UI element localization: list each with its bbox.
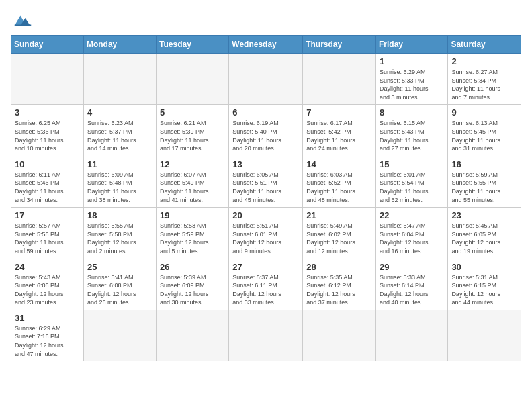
weekday-header-thursday: Thursday	[303, 36, 376, 54]
weekday-header-sunday: Sunday	[11, 36, 84, 54]
calendar-cell: 13Sunrise: 6:05 AM Sunset: 5:51 PM Dayli…	[229, 156, 303, 207]
day-number: 27	[232, 262, 299, 272]
day-number: 4	[87, 107, 152, 118]
calendar-cell: 9Sunrise: 6:13 AM Sunset: 5:45 PM Daylig…	[448, 105, 521, 156]
day-number: 26	[160, 262, 225, 272]
day-number: 18	[87, 210, 152, 220]
calendar-cell: 5Sunrise: 6:21 AM Sunset: 5:39 PM Daylig…	[157, 105, 229, 156]
day-number: 2	[451, 56, 517, 66]
logo	[11, 11, 39, 30]
day-info: Sunrise: 5:55 AM Sunset: 5:58 PM Dayligh…	[87, 222, 152, 255]
day-number: 1	[380, 56, 444, 66]
day-info: Sunrise: 6:23 AM Sunset: 5:37 PM Dayligh…	[87, 119, 152, 152]
calendar-cell: 7Sunrise: 6:17 AM Sunset: 5:42 PM Daylig…	[303, 105, 376, 156]
day-number: 16	[451, 159, 517, 169]
calendar-cell: 16Sunrise: 5:59 AM Sunset: 5:55 PM Dayli…	[448, 156, 521, 207]
calendar-cell: 28Sunrise: 5:35 AM Sunset: 6:12 PM Dayli…	[303, 259, 376, 310]
calendar-cell: 24Sunrise: 5:43 AM Sunset: 6:06 PM Dayli…	[11, 259, 84, 310]
day-info: Sunrise: 6:09 AM Sunset: 5:48 PM Dayligh…	[87, 171, 152, 204]
day-info: Sunrise: 5:43 AM Sunset: 6:06 PM Dayligh…	[15, 273, 80, 307]
day-number: 12	[160, 159, 225, 169]
calendar-cell: 17Sunrise: 5:57 AM Sunset: 5:56 PM Dayli…	[11, 208, 84, 259]
day-info: Sunrise: 6:03 AM Sunset: 5:52 PM Dayligh…	[306, 171, 372, 204]
day-number: 19	[160, 210, 225, 220]
calendar-cell	[83, 54, 156, 105]
calendar-cell	[157, 54, 229, 105]
day-info: Sunrise: 5:47 AM Sunset: 6:04 PM Dayligh…	[380, 222, 444, 255]
day-info: Sunrise: 5:33 AM Sunset: 6:14 PM Dayligh…	[380, 273, 444, 307]
calendar-cell: 22Sunrise: 5:47 AM Sunset: 6:04 PM Dayli…	[375, 208, 447, 259]
calendar-cell: 30Sunrise: 5:31 AM Sunset: 6:15 PM Dayli…	[448, 259, 521, 310]
day-info: Sunrise: 5:35 AM Sunset: 6:12 PM Dayligh…	[306, 273, 372, 307]
day-info: Sunrise: 6:25 AM Sunset: 5:36 PM Dayligh…	[15, 119, 80, 152]
day-info: Sunrise: 5:53 AM Sunset: 5:59 PM Dayligh…	[160, 222, 225, 255]
day-info: Sunrise: 6:17 AM Sunset: 5:42 PM Dayligh…	[306, 119, 372, 152]
calendar-cell: 25Sunrise: 5:41 AM Sunset: 6:08 PM Dayli…	[83, 259, 156, 310]
day-number: 23	[451, 210, 517, 220]
day-info: Sunrise: 6:01 AM Sunset: 5:54 PM Dayligh…	[380, 171, 444, 204]
calendar-cell: 18Sunrise: 5:55 AM Sunset: 5:58 PM Dayli…	[83, 208, 156, 259]
day-info: Sunrise: 6:15 AM Sunset: 5:43 PM Dayligh…	[380, 119, 444, 152]
day-number: 7	[306, 107, 372, 118]
day-number: 31	[15, 313, 80, 323]
calendar-cell: 20Sunrise: 5:51 AM Sunset: 6:01 PM Dayli…	[229, 208, 303, 259]
day-info: Sunrise: 5:49 AM Sunset: 6:02 PM Dayligh…	[306, 222, 372, 255]
day-info: Sunrise: 6:27 AM Sunset: 5:34 PM Dayligh…	[451, 68, 517, 101]
calendar-cell: 10Sunrise: 6:11 AM Sunset: 5:46 PM Dayli…	[11, 156, 84, 207]
calendar-cell: 6Sunrise: 6:19 AM Sunset: 5:40 PM Daylig…	[229, 105, 303, 156]
day-info: Sunrise: 6:05 AM Sunset: 5:51 PM Dayligh…	[232, 171, 299, 204]
day-info: Sunrise: 5:57 AM Sunset: 5:56 PM Dayligh…	[15, 222, 80, 255]
day-number: 9	[451, 107, 517, 118]
calendar-cell	[303, 54, 376, 105]
calendar-cell: 19Sunrise: 5:53 AM Sunset: 5:59 PM Dayli…	[157, 208, 229, 259]
calendar-cell	[229, 310, 303, 361]
calendar-cell: 31Sunrise: 6:29 AM Sunset: 7:16 PM Dayli…	[11, 310, 84, 361]
calendar-cell: 29Sunrise: 5:33 AM Sunset: 6:14 PM Dayli…	[375, 259, 447, 310]
day-info: Sunrise: 5:31 AM Sunset: 6:15 PM Dayligh…	[451, 273, 517, 307]
day-info: Sunrise: 6:19 AM Sunset: 5:40 PM Dayligh…	[232, 119, 299, 152]
day-number: 22	[380, 210, 444, 220]
general-blue-logo-icon	[11, 11, 35, 30]
day-number: 8	[380, 107, 444, 118]
day-info: Sunrise: 5:51 AM Sunset: 6:01 PM Dayligh…	[232, 222, 299, 255]
calendar-cell	[83, 310, 156, 361]
day-info: Sunrise: 6:29 AM Sunset: 7:16 PM Dayligh…	[15, 324, 80, 358]
day-info: Sunrise: 5:39 AM Sunset: 6:09 PM Dayligh…	[160, 273, 225, 307]
header	[11, 11, 521, 30]
calendar-cell	[448, 310, 521, 361]
calendar-cell: 27Sunrise: 5:37 AM Sunset: 6:11 PM Dayli…	[229, 259, 303, 310]
day-info: Sunrise: 6:21 AM Sunset: 5:39 PM Dayligh…	[160, 119, 225, 152]
day-info: Sunrise: 5:45 AM Sunset: 6:05 PM Dayligh…	[451, 222, 517, 255]
day-number: 21	[306, 210, 372, 220]
calendar-cell: 3Sunrise: 6:25 AM Sunset: 5:36 PM Daylig…	[11, 105, 84, 156]
day-number: 25	[87, 262, 152, 272]
day-number: 17	[15, 210, 80, 220]
day-number: 29	[380, 262, 444, 272]
day-info: Sunrise: 6:07 AM Sunset: 5:49 PM Dayligh…	[160, 171, 225, 204]
weekday-header-friday: Friday	[375, 36, 447, 54]
calendar-cell: 15Sunrise: 6:01 AM Sunset: 5:54 PM Dayli…	[375, 156, 447, 207]
day-number: 30	[451, 262, 517, 272]
day-number: 6	[232, 107, 299, 118]
calendar-cell: 8Sunrise: 6:15 AM Sunset: 5:43 PM Daylig…	[375, 105, 447, 156]
day-number: 20	[232, 210, 299, 220]
calendar-cell: 23Sunrise: 5:45 AM Sunset: 6:05 PM Dayli…	[448, 208, 521, 259]
calendar-cell	[11, 54, 84, 105]
calendar-cell: 2Sunrise: 6:27 AM Sunset: 5:34 PM Daylig…	[448, 54, 521, 105]
calendar-cell: 12Sunrise: 6:07 AM Sunset: 5:49 PM Dayli…	[157, 156, 229, 207]
day-info: Sunrise: 6:13 AM Sunset: 5:45 PM Dayligh…	[451, 119, 517, 152]
day-number: 28	[306, 262, 372, 272]
calendar-cell	[303, 310, 376, 361]
weekday-header-tuesday: Tuesday	[157, 36, 229, 54]
day-number: 14	[306, 159, 372, 169]
calendar-cell: 21Sunrise: 5:49 AM Sunset: 6:02 PM Dayli…	[303, 208, 376, 259]
day-info: Sunrise: 5:41 AM Sunset: 6:08 PM Dayligh…	[87, 273, 152, 307]
day-info: Sunrise: 6:29 AM Sunset: 5:33 PM Dayligh…	[380, 68, 444, 101]
day-number: 3	[15, 107, 80, 118]
day-number: 15	[380, 159, 444, 169]
day-info: Sunrise: 5:59 AM Sunset: 5:55 PM Dayligh…	[451, 171, 517, 204]
weekday-header-monday: Monday	[83, 36, 156, 54]
calendar-cell	[375, 310, 447, 361]
day-number: 11	[87, 159, 152, 169]
day-info: Sunrise: 6:11 AM Sunset: 5:46 PM Dayligh…	[15, 171, 80, 204]
